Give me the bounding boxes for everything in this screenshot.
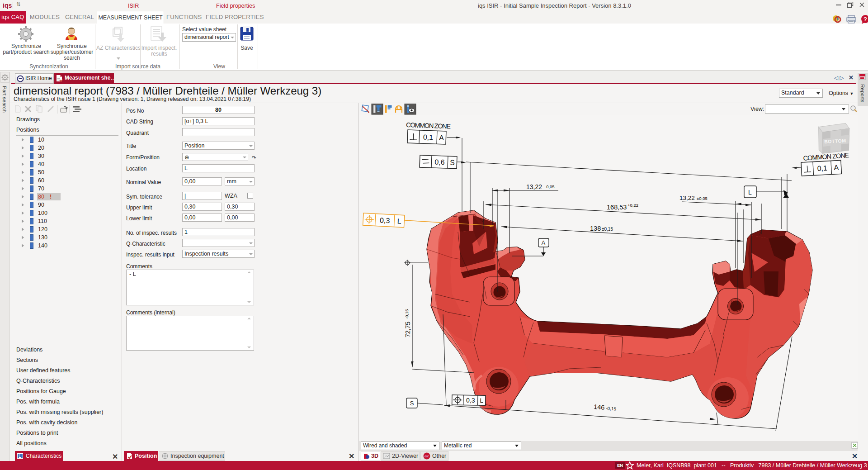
- svg-text:0,1: 0,1: [817, 164, 827, 172]
- svg-text:etc: etc: [425, 455, 429, 458]
- svg-text:A: A: [542, 240, 546, 246]
- svg-text:BOTTOM: BOTTOM: [824, 138, 846, 145]
- svg-text:L: L: [480, 397, 483, 404]
- svg-text:146: 146: [594, 403, 605, 411]
- svg-text:S: S: [410, 400, 414, 407]
- svg-text:13,22: 13,22: [679, 195, 695, 201]
- svg-text:S: S: [450, 159, 455, 166]
- svg-text:L: L: [748, 189, 752, 196]
- svg-text:-0,05: -0,05: [545, 184, 555, 189]
- svg-text:L: L: [397, 217, 401, 225]
- svg-text:0,1: 0,1: [423, 133, 434, 141]
- svg-text:COMMON ZONE: COMMON ZONE: [406, 121, 451, 130]
- svg-text:?: ?: [863, 16, 867, 23]
- svg-text:0,3: 0,3: [466, 397, 475, 404]
- svg-text:0,3: 0,3: [380, 216, 390, 224]
- svg-text:+0,22: +0,22: [627, 203, 638, 208]
- svg-text:138: 138: [590, 225, 601, 232]
- svg-text:±0,15: ±0,15: [602, 227, 613, 232]
- svg-text:-0,15: -0,15: [606, 406, 617, 412]
- svg-text:±0,05: ±0,05: [697, 196, 708, 201]
- svg-text:A: A: [834, 163, 839, 171]
- svg-text:0,6: 0,6: [434, 158, 445, 166]
- svg-text:168,53: 168,53: [607, 204, 627, 211]
- svg-text:A: A: [439, 134, 444, 142]
- svg-text:-0,15: -0,15: [404, 309, 409, 319]
- svg-text:13,22: 13,22: [526, 183, 542, 190]
- svg-text:72,75: 72,75: [404, 322, 411, 337]
